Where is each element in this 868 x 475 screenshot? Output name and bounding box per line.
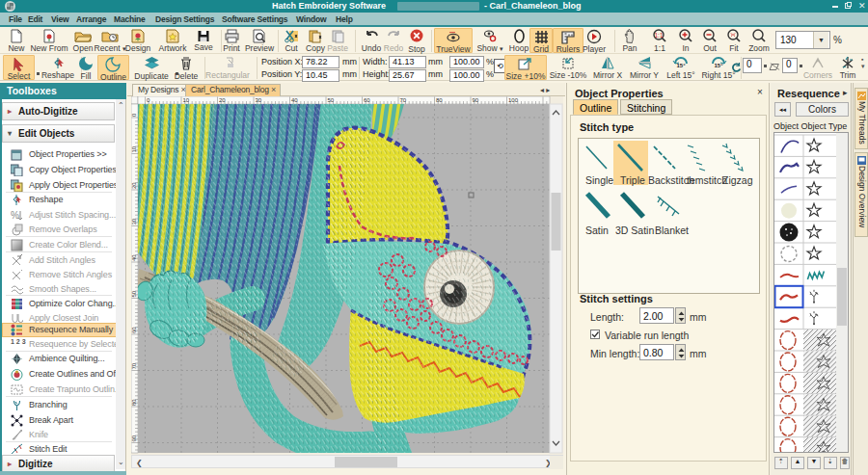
svg-text:20: 20	[219, 97, 226, 103]
svg-text:10: 10	[131, 145, 137, 152]
svg-text:70: 70	[131, 362, 137, 369]
svg-text:80: 80	[131, 399, 137, 406]
svg-text:90: 90	[131, 435, 137, 441]
svg-text:15°: 15°	[714, 63, 723, 68]
svg-text:90: 90	[473, 97, 479, 103]
svg-text:15°: 15°	[676, 63, 686, 68]
svg-text:%: %	[11, 210, 19, 221]
svg-text:1:1: 1:1	[654, 32, 663, 39]
svg-text:80: 80	[436, 97, 443, 103]
svg-text:60: 60	[131, 327, 137, 333]
svg-text:100: 100	[508, 97, 519, 103]
svg-text:40: 40	[291, 97, 298, 103]
svg-text:30: 30	[256, 97, 262, 103]
svg-text:10: 10	[183, 97, 190, 103]
svg-text:20: 20	[131, 182, 137, 189]
svg-text:50: 50	[131, 290, 137, 297]
svg-text:50: 50	[328, 97, 335, 103]
svg-text:30: 30	[131, 218, 137, 224]
svg-text:40: 40	[131, 254, 137, 261]
svg-text:70: 70	[400, 97, 407, 103]
svg-text:60: 60	[364, 97, 370, 103]
